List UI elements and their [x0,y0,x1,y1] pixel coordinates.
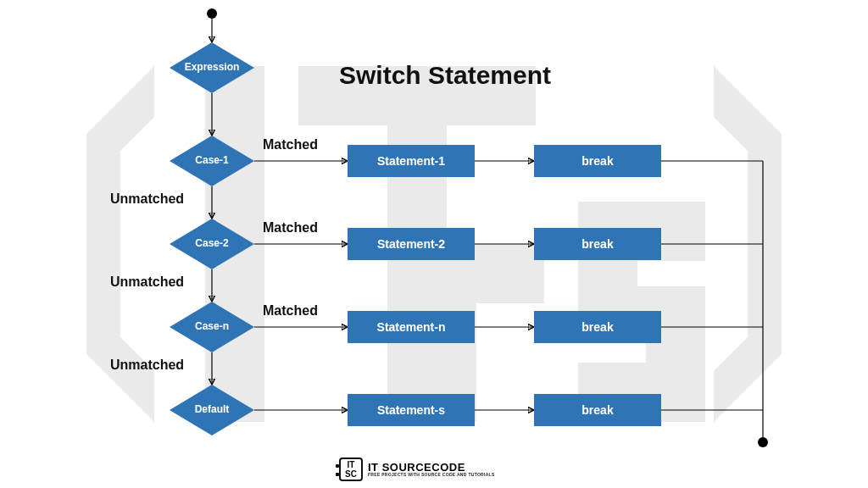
unmatched-label-2: Unmatched [110,274,184,290]
flowchart-canvas: Expression Switch Statement Case-1 Match… [0,0,868,488]
attribution-sub: FREE PROJECTS WITH SOURCE CODE AND TUTOR… [368,473,495,477]
start-node [207,8,217,19]
default-diamond: Default [170,385,254,435]
expression-label: Expression [185,62,240,73]
statement-2-box: Statement-2 [348,228,475,260]
attribution-logo-text: IT SC [345,460,357,479]
unmatched-label-1: Unmatched [110,191,184,207]
statement-n-box: Statement-n [348,311,475,343]
break-n-label: break [581,320,613,334]
break-1-label: break [581,154,613,168]
case-n-diamond: Case-n [170,302,254,352]
break-s-label: break [581,403,613,417]
statement-1-box: Statement-1 [348,145,475,177]
break-1-box: break [534,145,661,177]
case-1-diamond: Case-1 [170,136,254,186]
attribution-logo-icon: IT SC [339,458,363,481]
case-n-label: Case-n [195,321,229,332]
unmatched-label-n: Unmatched [110,358,184,373]
expression-diamond: Expression [170,42,254,93]
default-label: Default [195,404,230,415]
matched-label-n: Matched [263,303,318,319]
case-1-label: Case-1 [195,155,228,166]
statement-2-label: Statement-2 [377,237,445,251]
case-2-diamond: Case-2 [170,219,254,269]
end-node [758,437,768,447]
break-2-box: break [534,228,661,260]
statement-n-label: Statement-n [377,320,446,334]
statement-s-box: Statement-s [348,394,475,426]
break-2-label: break [581,237,613,251]
statement-1-label: Statement-1 [377,154,445,168]
attribution: IT SC IT SOURCECODE FREE PROJECTS WITH S… [339,458,495,481]
case-2-label: Case-2 [195,238,228,249]
break-n-box: break [534,311,661,343]
matched-label-1: Matched [263,137,318,152]
diagram-title: Switch Statement [339,61,551,90]
statement-s-label: Statement-s [377,403,445,417]
matched-label-2: Matched [263,220,318,236]
break-s-box: break [534,394,661,426]
